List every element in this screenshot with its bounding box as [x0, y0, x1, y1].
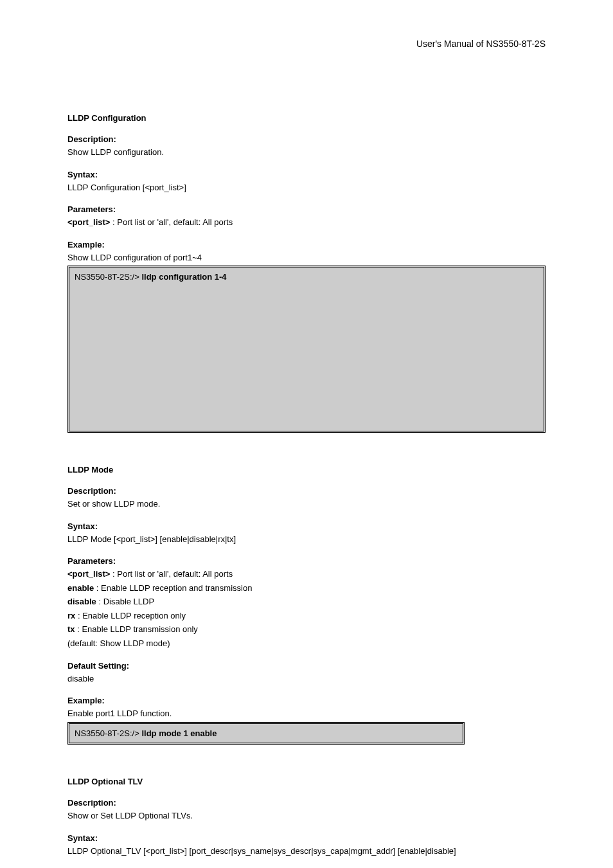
- example-text: Enable port1 LLDP function.: [67, 708, 546, 719]
- example-label: Example:: [67, 696, 546, 705]
- syntax-text: LLDP Configuration [<port_list>]: [67, 182, 546, 194]
- default-setting-label: Default Setting:: [67, 661, 546, 671]
- parameter-row: <port_list> : Port list or 'all', defaul…: [67, 217, 546, 228]
- syntax-text: LLDP Optional_TLV [<port_list>] [port_de…: [67, 845, 546, 857]
- default-setting-value: disable: [67, 673, 546, 685]
- section-title-lldp-mode: LLDP Mode: [67, 465, 546, 475]
- header-text: User's Manual of NS3550-8T-2S: [67, 39, 546, 49]
- terminal-output-box: NS3550-8T-2S:/> lldp mode 1 enable: [67, 722, 465, 745]
- example-label: Example:: [67, 240, 546, 249]
- terminal-prompt: NS3550-8T-2S:/>: [75, 728, 139, 738]
- parameter-name: <port_list>: [67, 217, 110, 227]
- description-label: Description:: [67, 486, 546, 496]
- syntax-label: Syntax:: [67, 833, 546, 843]
- page-content: User's Manual of NS3550-8T-2S LLDP Confi…: [0, 0, 613, 868]
- parameter-text: : Enable LLDP reception and transmission: [96, 583, 253, 593]
- parameter-text: : Enable LLDP transmission only: [77, 624, 198, 634]
- syntax-label: Syntax:: [67, 521, 546, 531]
- parameter-name: disable: [67, 597, 96, 606]
- parameters-label: Parameters:: [67, 556, 546, 566]
- section-title-lldp-configuration: LLDP Configuration: [67, 113, 546, 123]
- example-text: Show LLDP configuration of port1~4: [67, 252, 546, 264]
- parameter-text: : Port list or 'all', default: All ports: [112, 569, 233, 579]
- syntax-text: LLDP Mode [<port_list>] [enable|disable|…: [67, 534, 546, 545]
- parameter-row: disable : Disable LLDP: [67, 596, 546, 608]
- terminal-output-box: NS3550-8T-2S:/> lldp configuration 1-4: [67, 266, 546, 433]
- terminal-prompt: NS3550-8T-2S:/>: [75, 272, 139, 282]
- parameter-name: tx: [67, 624, 75, 634]
- parameters-label: Parameters:: [67, 204, 546, 214]
- syntax-label: Syntax:: [67, 170, 546, 179]
- parameters-trailer: (default: Show LLDP mode): [67, 638, 546, 649]
- description-label: Description:: [67, 798, 546, 808]
- parameter-row: tx : Enable LLDP transmission only: [67, 624, 546, 635]
- description-text: Show or Set LLDP Optional TLVs.: [67, 810, 546, 822]
- description-label: Description:: [67, 134, 546, 144]
- section-title-lldp-optional-tlv: LLDP Optional TLV: [67, 777, 546, 786]
- parameter-name: enable: [67, 583, 94, 593]
- terminal-command: lldp mode 1 enable: [141, 728, 217, 738]
- description-text: Show LLDP configuration.: [67, 147, 546, 158]
- terminal-command: lldp configuration 1-4: [141, 272, 226, 282]
- parameter-name: rx: [67, 611, 75, 620]
- parameter-text: : Port list or 'all', default: All ports: [112, 217, 233, 227]
- parameter-text: : Disable LLDP: [98, 597, 154, 606]
- parameter-text: : Enable LLDP reception only: [78, 611, 186, 620]
- parameter-row: <port_list> : Port list or 'all', defaul…: [67, 568, 546, 580]
- parameter-row: rx : Enable LLDP reception only: [67, 610, 546, 622]
- parameter-row: enable : Enable LLDP reception and trans…: [67, 583, 546, 594]
- description-text: Set or show LLDP mode.: [67, 498, 546, 510]
- parameter-name: <port_list>: [67, 569, 110, 579]
